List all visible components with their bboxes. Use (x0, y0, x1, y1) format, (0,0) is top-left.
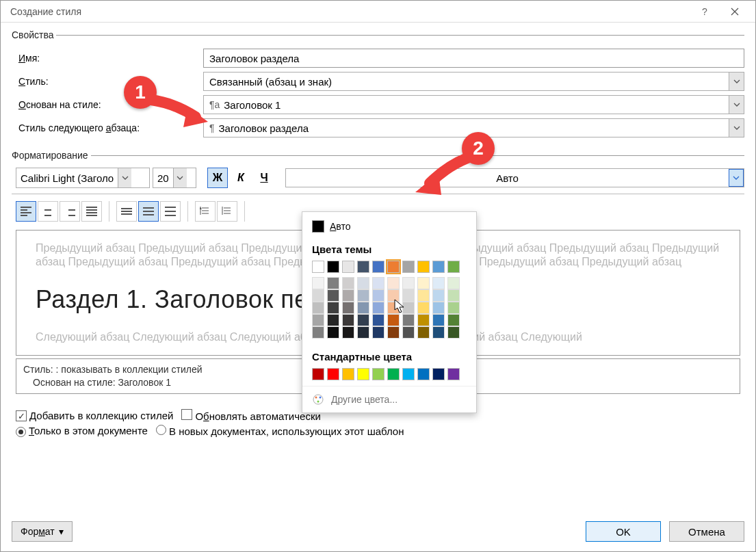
theme-shade-swatch[interactable] (357, 302, 369, 314)
standard-color-swatch[interactable] (387, 368, 400, 380)
based-on-combo[interactable]: ¶aЗаголовок 1 (203, 95, 744, 114)
theme-color-swatch[interactable] (342, 261, 354, 273)
theme-shade-swatch[interactable] (312, 314, 324, 326)
theme-shade-swatch[interactable] (372, 289, 384, 302)
format-button[interactable]: Формат▾ (12, 521, 73, 542)
theme-shade-swatch[interactable] (357, 314, 369, 326)
standard-color-swatch[interactable] (447, 368, 460, 380)
align-center-button[interactable] (38, 201, 58, 222)
theme-color-swatch[interactable] (387, 261, 400, 273)
align-justify-button[interactable] (81, 201, 102, 222)
standard-color-swatch[interactable] (402, 368, 415, 380)
theme-shade-swatch[interactable] (387, 277, 400, 289)
font-name-combo[interactable]: Calibri Light (Заголо (16, 168, 150, 188)
standard-color-swatch[interactable] (372, 368, 384, 380)
theme-shade-swatch[interactable] (372, 326, 384, 339)
close-button[interactable] (720, 1, 750, 22)
theme-shade-swatch[interactable] (432, 302, 445, 314)
standard-color-swatch[interactable] (312, 368, 324, 380)
theme-shade-swatch[interactable] (447, 277, 460, 289)
theme-shade-swatch[interactable] (312, 302, 324, 314)
theme-color-swatch[interactable] (327, 261, 339, 273)
theme-shade-swatch[interactable] (432, 277, 445, 289)
theme-shade-swatch[interactable] (327, 314, 339, 326)
theme-shade-swatch[interactable] (432, 314, 445, 326)
theme-color-swatch[interactable] (357, 261, 369, 273)
theme-shade-swatch[interactable] (432, 326, 445, 339)
align-right-button[interactable] (60, 201, 80, 222)
theme-shade-swatch[interactable] (372, 277, 384, 289)
theme-shade-swatch[interactable] (387, 289, 400, 302)
theme-shade-swatch[interactable] (372, 302, 384, 314)
theme-shade-swatch[interactable] (402, 289, 415, 302)
theme-color-swatch[interactable] (432, 261, 445, 273)
theme-shade-swatch[interactable] (417, 326, 430, 339)
underline-button[interactable]: Ч (254, 168, 274, 188)
theme-shade-swatch[interactable] (342, 277, 354, 289)
theme-color-swatch[interactable] (447, 261, 460, 273)
add-to-gallery-checkbox[interactable]: Добавить в коллекцию стилей (16, 410, 173, 422)
theme-shade-swatch[interactable] (342, 302, 354, 314)
theme-color-swatch[interactable] (372, 261, 384, 273)
theme-shade-swatch[interactable] (342, 326, 354, 339)
theme-shade-swatch[interactable] (327, 277, 339, 289)
theme-shade-swatch[interactable] (417, 314, 430, 326)
standard-color-swatch[interactable] (357, 368, 369, 380)
spacing-1-button[interactable] (116, 201, 137, 222)
theme-shade-swatch[interactable] (327, 289, 339, 302)
more-colors-item[interactable]: Другие цвета... (302, 386, 476, 412)
theme-shade-swatch[interactable] (387, 314, 400, 326)
space-before-inc-button[interactable] (195, 201, 216, 222)
theme-shade-swatch[interactable] (417, 289, 430, 302)
theme-shade-swatch[interactable] (357, 277, 369, 289)
theme-shade-swatch[interactable] (417, 277, 430, 289)
this-document-radio[interactable]: Только в этом документе (16, 425, 148, 437)
theme-shade-swatch[interactable] (417, 302, 430, 314)
color-auto-item[interactable]: Авто (302, 216, 476, 237)
standard-color-swatch[interactable] (432, 368, 445, 380)
name-input[interactable] (203, 49, 744, 68)
standard-color-swatch[interactable] (342, 368, 354, 380)
theme-shade-swatch[interactable] (402, 326, 415, 339)
standard-color-swatch[interactable] (417, 368, 430, 380)
theme-color-swatch[interactable] (417, 261, 430, 273)
font-color-combo[interactable]: Авто (285, 168, 744, 187)
font-size-combo[interactable]: 20 (153, 168, 196, 188)
theme-color-swatch[interactable] (402, 261, 415, 273)
theme-shade-swatch[interactable] (357, 326, 369, 339)
theme-shade-swatch[interactable] (312, 289, 324, 302)
spacing-2-button[interactable] (160, 201, 181, 222)
theme-shade-swatch[interactable] (312, 277, 324, 289)
auto-update-checkbox[interactable]: Обновлять автоматически (181, 409, 320, 422)
theme-shade-swatch[interactable] (387, 326, 400, 339)
bold-button[interactable]: Ж (207, 168, 228, 188)
theme-shade-swatch[interactable] (402, 277, 415, 289)
chevron-down-icon (729, 96, 744, 114)
theme-shade-swatch[interactable] (402, 314, 415, 326)
theme-shade-swatch[interactable] (447, 314, 460, 326)
theme-shade-swatch[interactable] (312, 326, 324, 339)
spacing-15-button[interactable] (138, 201, 159, 222)
style-type-combo[interactable]: Связанный (абзац и знак) (203, 72, 744, 91)
align-left-button[interactable] (16, 201, 36, 222)
theme-shade-swatch[interactable] (387, 302, 400, 314)
theme-shade-swatch[interactable] (327, 326, 339, 339)
help-button[interactable]: ? (690, 1, 720, 22)
cancel-button[interactable]: Отмена (669, 521, 744, 542)
theme-shade-swatch[interactable] (402, 302, 415, 314)
theme-shade-swatch[interactable] (372, 314, 384, 326)
space-before-dec-button[interactable] (217, 201, 237, 222)
ok-button[interactable]: OK (586, 521, 661, 542)
theme-shade-swatch[interactable] (357, 289, 369, 302)
theme-shade-swatch[interactable] (327, 302, 339, 314)
theme-shade-swatch[interactable] (447, 302, 460, 314)
new-documents-radio[interactable]: В новых документах, использующих этот ша… (156, 425, 404, 437)
italic-button[interactable]: К (231, 168, 251, 188)
theme-shade-swatch[interactable] (447, 326, 460, 339)
theme-color-swatch[interactable] (312, 261, 324, 273)
theme-shade-swatch[interactable] (432, 289, 445, 302)
theme-shade-swatch[interactable] (342, 289, 354, 302)
theme-shade-swatch[interactable] (447, 289, 460, 302)
theme-shade-swatch[interactable] (342, 314, 354, 326)
standard-color-swatch[interactable] (327, 368, 339, 380)
